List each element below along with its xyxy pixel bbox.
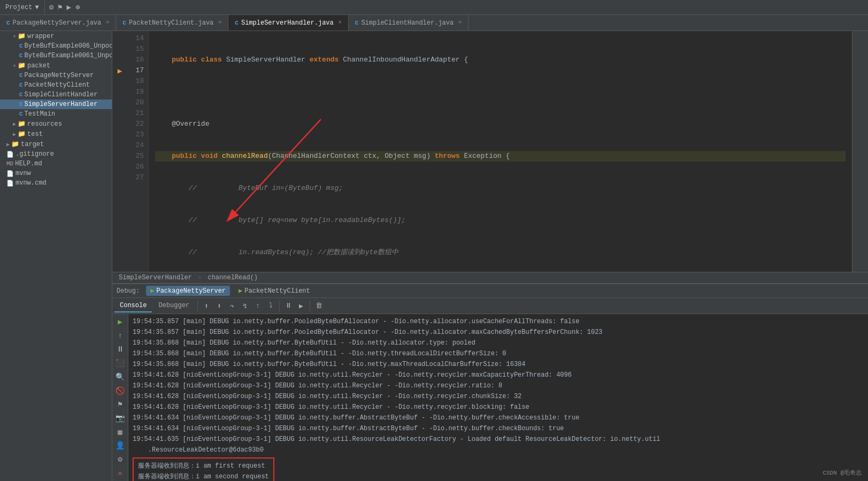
file-icon-mvnwcmd: 📄 (6, 180, 14, 187)
console-btn-step-out[interactable]: ↑ (252, 300, 264, 312)
sidebar-item-packagenettyserver[interactable]: C PackageNettyServer (0, 71, 112, 80)
folder-icon-wrapper: 📁 (18, 32, 26, 40)
tab-close-4[interactable]: × (458, 20, 462, 26)
console-icon-pause[interactable]: ⏸ (114, 343, 127, 355)
code-line-14: public class SimpleServerHandler extends… (155, 55, 846, 65)
line-num-17: 17 (127, 65, 144, 76)
sidebar-label-bytebuf006: ByteBufExample006_Unpoo (25, 42, 112, 50)
vcs-icon[interactable]: ⚑ (58, 3, 62, 12)
run-icon[interactable]: ▶ (67, 3, 71, 12)
console-icon-up[interactable]: ↑ (114, 330, 127, 342)
console-left-icons: ▶ ↑ ⏸ ⬛ 🔍 🚫 ⚑ 📷 ▦ 👤 ⚙ ✕ (112, 314, 128, 481)
console-line-3: 19:54:35.868 [main] DEBUG io.netty.buffe… (133, 338, 864, 348)
debug-tab-packetnettyclient[interactable]: ▶ PacketNettyClient (234, 286, 314, 296)
tab-simple-server-handler[interactable]: C SimpleServerHandler.java × (228, 15, 348, 30)
sidebar-item-bytebuf0061[interactable]: C ByteBufExample0061_Unpo (0, 51, 112, 60)
tab-package-netty-server[interactable]: C PackageNettyServer.java × (0, 15, 116, 30)
sidebar-item-wrapper[interactable]: ▾ 📁 wrapper (0, 31, 112, 41)
tab-label-1: PackageNettyServer.java (13, 19, 102, 27)
sidebar-item-gitignore[interactable]: 📄 .gitignore (0, 149, 112, 159)
console-tab-console[interactable]: Console (114, 300, 152, 312)
console-icon-stop[interactable]: ⬛ (114, 357, 127, 369)
folder-icon-resources: 📁 (18, 120, 26, 128)
code-editor[interactable]: public class SimpleServerHandler extends… (149, 31, 852, 272)
tab-close-1[interactable]: × (106, 20, 109, 26)
tab-label-3: SimpleServerHandler.java (241, 19, 334, 27)
expand-arrow-test: ▶ (13, 131, 16, 138)
sidebar-item-testmain[interactable]: C TestMain (0, 109, 112, 119)
console-icon-camera[interactable]: 📷 (114, 413, 127, 424)
line-num-22: 22 (127, 119, 144, 129)
sidebar-item-packet[interactable]: ▾ 📁 packet (0, 60, 112, 71)
line-num-27: 27 (127, 172, 144, 183)
sidebar-label-gitignore: .gitignore (16, 150, 54, 158)
console-icon-x[interactable]: ✕ (114, 467, 127, 479)
console-icon-grid[interactable]: ▦ (114, 426, 127, 438)
sidebar-label-target: target (21, 141, 44, 148)
breadcrumb-method: channelRead() (208, 274, 258, 281)
code-line-18: // ByteBuf in=(ByteBuf) msg; (155, 183, 846, 194)
console-btn-resume[interactable]: ▶ (295, 300, 307, 312)
console-output[interactable]: 19:54:35.857 [main] DEBUG io.netty.buffe… (128, 314, 868, 481)
project-label: Project (5, 4, 32, 11)
sidebar-item-simpleclienthandler[interactable]: C SimpleClientHandler (0, 90, 112, 100)
code-line-15 (155, 87, 846, 97)
console-line-4: 19:54:35.868 [main] DEBUG io.netty.buffe… (133, 348, 864, 359)
sidebar-item-simpleserverhandler[interactable]: C SimpleServerHandler (0, 100, 112, 109)
console-btn-run-to[interactable]: ⤵ (265, 300, 276, 312)
console-btn-up[interactable]: ⬆ (201, 300, 212, 312)
settings-icon[interactable]: ⚙ (49, 3, 53, 12)
console-icon-settings[interactable]: ⚙ (114, 454, 127, 465)
debug-run-icon-1: ▶ (150, 287, 154, 295)
sidebar-item-test[interactable]: ▶ 📁 test (0, 129, 112, 139)
line-num-24: 24 (127, 140, 144, 151)
tab-label-2: PacketNettyClient.java (129, 19, 213, 27)
sidebar-item-helpmd[interactable]: MD HELP.md (0, 159, 112, 169)
sidebar-item-bytebuf006[interactable]: C ByteBufExample006_Unpoo (0, 41, 112, 51)
tab-close-3[interactable]: × (339, 20, 342, 26)
toolbar-separator-2 (279, 301, 280, 311)
line-num-25: 25 (127, 151, 144, 162)
console-btn-down[interactable]: ⬇ (213, 300, 225, 312)
console-icon-user[interactable]: 👤 (114, 440, 127, 452)
sidebar-item-mvnwcmd[interactable]: 📄 mvnw.cmd (0, 178, 112, 188)
sidebar-item-packetnetttyclient[interactable]: C PacketNettyClient (0, 80, 112, 90)
console-line-13: .ResourceLeakDetector@6dac93b0 (133, 445, 864, 455)
file-icon-gitignore: 📄 (6, 151, 14, 158)
console-icon-inspect[interactable]: 🔍 (114, 371, 127, 383)
code-line-16: @Override (155, 119, 846, 129)
expand-arrow-resources: ▶ (13, 121, 16, 127)
tab-simple-client-handler[interactable]: C SimpleClientHandler.java × (349, 15, 468, 30)
debug-tab-packagenettyserver[interactable]: ▶ PackageNettyServer (146, 286, 230, 296)
sidebar-item-resources[interactable]: ▶ 📁 resources (0, 119, 112, 129)
tab-close-2[interactable]: × (218, 20, 221, 26)
line-num-19: 19 (127, 87, 144, 97)
sidebar-label-mvnwcmd: mvnw.cmd (16, 179, 47, 187)
toolbar-separator-3 (310, 301, 310, 311)
console-btn-step-into[interactable]: ↯ (239, 300, 251, 312)
console-btn-pause[interactable]: ⏸ (282, 300, 294, 312)
console-btn-clear[interactable]: 🗑 (313, 300, 325, 312)
tab-packet-netty-client[interactable]: C PacketNettyClient.java × (116, 15, 228, 30)
console-icon-run[interactable]: ▶ (114, 316, 127, 328)
console-icon-bookmark[interactable]: ⚑ (114, 399, 127, 410)
sidebar-label-test: test (27, 131, 43, 138)
console-line-12: 19:54:41.635 [nioEventLoopGroup-3-1] DEB… (133, 434, 864, 445)
sidebar-item-mvnw[interactable]: 📄 mvnw (0, 169, 112, 178)
sidebar-item-target[interactable]: ▶ 📁 target (0, 139, 112, 149)
build-icon[interactable]: ⊕ (75, 3, 80, 12)
line-num-23: 23 (127, 129, 144, 140)
watermark: CSDN @毛奇志 (823, 469, 862, 477)
console-line-9: 19:54:41.628 [nioEventLoopGroup-3-1] DEB… (133, 402, 864, 413)
project-selector[interactable]: Project ▼ (0, 0, 45, 14)
sidebar-label-packagenettyserver: PackageNettyServer (25, 72, 94, 79)
top-icons: ⚙ ⚑ ▶ ⊕ (45, 3, 85, 12)
line-num-20: 20 (127, 97, 144, 108)
console-line-7: 19:54:41.628 [nioEventLoopGroup-3-1] DEB… (133, 380, 864, 391)
console-btn-step-over[interactable]: ↷ (226, 300, 238, 312)
console-icon-filter[interactable]: 🚫 (114, 385, 127, 396)
line-num-15: 15 (127, 44, 144, 55)
console-line-6: 19:54:41.628 [nioEventLoopGroup-3-1] DEB… (133, 370, 864, 380)
line-num-26: 26 (127, 162, 144, 172)
console-tab-debugger[interactable]: Debugger (153, 300, 195, 312)
